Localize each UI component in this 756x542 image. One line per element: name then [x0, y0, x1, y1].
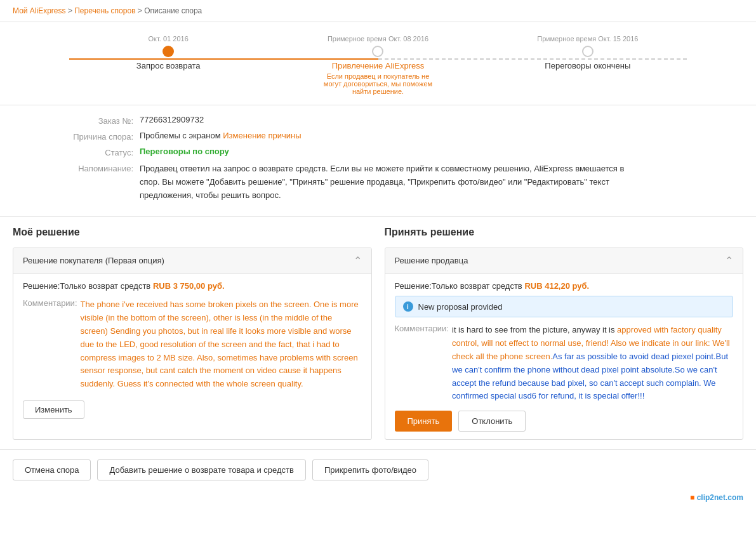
new-proposal-banner: i New proposal provided [395, 296, 734, 317]
my-solution-panel: Решение покупателя (Первая опция) ⌃ Реше… [13, 248, 372, 440]
breadcrumb-sep2: > [138, 6, 144, 15]
reminder-row: Напоминание: Продавец ответил на запрос … [51, 162, 705, 202]
step2-sublabel: Если продавец и покупатель не могут дого… [321, 72, 435, 95]
step1-date: Окт. 01 2016 [149, 35, 189, 43]
status-row: Статус: Переговоры по спору [51, 147, 705, 157]
new-proposal-text: New proposal provided [418, 302, 503, 312]
bottom-actions: Отмена спора Добавить решение о возврате… [0, 449, 756, 490]
accept-solution-panel: Решение продавца ⌃ Решение:Только возвра… [385, 248, 744, 440]
breadcrumb: Мой AliExpress > Перечень споров > Описа… [0, 0, 756, 22]
attach-media-button[interactable]: Прикрепить фото/видео [312, 459, 428, 480]
add-solution-button[interactable]: Добавить решение о возврате товара и сре… [97, 459, 305, 480]
reminder-label: Напоминание: [51, 162, 133, 173]
accept-solution-panel-title: Решение продавца [395, 256, 468, 265]
order-number-value: 77266312909732 [140, 115, 204, 124]
dispute-reason-value: Проблемы с экраном Изменение причины [140, 131, 302, 140]
my-solution-heading: Моё решение [13, 227, 372, 238]
watermark: ■ clip2net.com [0, 490, 756, 505]
status-label: Статус: [51, 147, 133, 157]
timeline-step-1: Окт. 01 2016 Запрос возврата [63, 35, 273, 95]
step1-label: Запрос возврата [136, 61, 201, 70]
my-solution-comment-row: Комментарии: The phone i've received has… [23, 298, 362, 391]
reminder-value: Продавец ответил на запрос о возврате ср… [140, 162, 635, 202]
breadcrumb-disputes[interactable]: Перечень споров [74, 6, 135, 15]
step2-label: Привлечение AliExpress [332, 61, 425, 70]
my-solution-panel-body: Решение:Только возврат средств RUB 3 750… [13, 274, 371, 426]
timeline-step-2: Примерное время Окт. 08 2016 Привлечение… [273, 35, 482, 95]
my-solution-collapse-icon[interactable]: ⌃ [354, 254, 362, 267]
step2-circle [372, 46, 383, 57]
breadcrumb-home[interactable]: Мой AliExpress [13, 6, 66, 15]
step3-date: Окт. 15 2016 [598, 35, 638, 43]
decline-button[interactable]: Отклонить [458, 411, 526, 432]
order-info-section: Заказ №: 77266312909732 Причина спора: П… [0, 105, 756, 217]
step3-circle [582, 46, 594, 57]
accept-solution-action-btns: Принять Отклонить [395, 411, 734, 432]
status-value: Переговоры по спору [140, 147, 229, 156]
solutions-wrapper: Решение покупателя (Первая опция) ⌃ Реше… [0, 241, 756, 449]
info-icon: i [403, 301, 413, 312]
dispute-reason-row: Причина спора: Проблемы с экраном Измене… [51, 131, 705, 142]
my-solution-comment-text: The phone i've received has some broken … [81, 298, 362, 391]
step1-circle [162, 46, 174, 57]
order-number-label: Заказ №: [51, 115, 133, 126]
breadcrumb-sep1: > [68, 6, 74, 15]
step3-label: Переговоры окончены [545, 61, 630, 70]
accept-solution-collapse-icon[interactable]: ⌃ [725, 254, 733, 267]
my-solution-line: Решение:Только возврат средств RUB 3 750… [23, 281, 362, 291]
step2-estimated: Примерное время [328, 35, 387, 43]
my-solution-panel-title: Решение покупателя (Первая опция) [23, 256, 164, 265]
accept-solution-comment-text: it is hard to see from the picture, anyw… [452, 324, 733, 403]
cancel-dispute-button[interactable]: Отмена спора [13, 459, 91, 480]
modify-button[interactable]: Изменить [23, 400, 84, 419]
accept-solution-panel-body: Решение:Только возврат средств RUB 412,2… [385, 274, 743, 439]
accept-button[interactable]: Принять [395, 411, 453, 432]
order-number-row: Заказ №: 77266312909732 [51, 115, 705, 126]
breadcrumb-current: Описание спора [144, 6, 202, 15]
step2-date: Окт. 08 2016 [388, 35, 428, 43]
accept-solution-line: Решение:Только возврат средств RUB 412,2… [395, 281, 734, 291]
dispute-reason-label: Причина спора: [51, 131, 133, 142]
accept-solution-heading: Принять решение [385, 227, 744, 238]
accept-solution-panel-header: Решение продавца ⌃ [385, 248, 743, 274]
watermark-logo: ■ clip2net.com [690, 493, 743, 502]
accept-solution-comment-label: Комментарии: [395, 324, 449, 333]
my-solution-panel-header: Решение покупателя (Первая опция) ⌃ [13, 248, 371, 274]
change-reason-link[interactable]: Изменение причины [223, 131, 301, 140]
my-solution-comment-label: Комментарии: [23, 298, 77, 308]
step3-estimated: Примерное время [537, 35, 596, 43]
timeline-section: Окт. 01 2016 Запрос возврата Примерное в… [0, 22, 756, 105]
timeline-step-3: Примерное время Окт. 15 2016 Переговоры … [483, 35, 693, 95]
accept-solution-comment-row: Комментарии: it is hard to see from the … [395, 324, 734, 403]
